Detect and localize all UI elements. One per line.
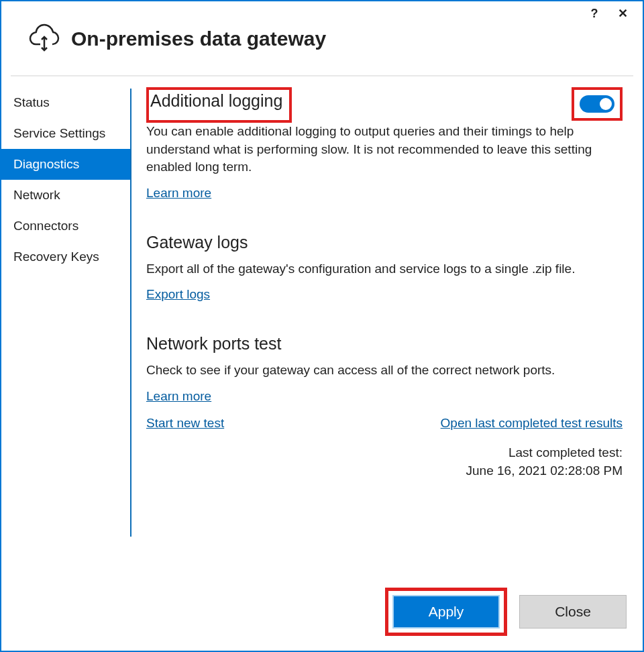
sidebar-item-service-settings[interactable]: Service Settings [1,118,130,149]
close-button[interactable]: Close [519,595,627,629]
section-network-ports: Network ports test Check to see if your … [146,334,623,480]
additional-logging-toggle[interactable] [580,95,614,113]
section-title: Additional logging [150,91,282,111]
apply-button[interactable]: Apply [392,595,500,629]
section-description: Export all of the gateway's configuratio… [146,260,623,278]
sidebar-item-label: Network [13,188,60,202]
start-new-test-link[interactable]: Start new test [146,416,224,431]
sidebar-item-connectors[interactable]: Connectors [1,211,130,241]
highlight-apply-button: Apply [385,588,507,636]
last-test-time: June 16, 2021 02:28:08 PM [146,462,623,480]
app-window: ? ✕ On-premises data gateway Status Serv… [0,0,644,652]
content: Additional logging You can enable additi… [131,85,643,537]
learn-more-link[interactable]: Learn more [146,186,211,201]
help-icon[interactable]: ? [586,7,602,21]
section-title: Gateway logs [146,233,623,252]
header: On-premises data gateway [1,21,643,75]
sidebar-item-network[interactable]: Network [1,180,130,211]
last-test-info: Last completed test: June 16, 2021 02:28… [146,444,623,480]
close-icon[interactable]: ✕ [614,6,631,21]
highlight-additional-logging-toggle [572,87,623,121]
sidebar: Status Service Settings Diagnostics Netw… [1,85,130,537]
sidebar-item-label: Status [13,95,50,109]
sidebar-item-label: Diagnostics [13,157,79,171]
body: Status Service Settings Diagnostics Netw… [1,76,643,537]
section-title: Network ports test [146,334,623,354]
page-title: On-premises data gateway [71,28,326,50]
open-results-link[interactable]: Open last completed test results [441,416,623,431]
sidebar-item-diagnostics[interactable]: Diagnostics [1,149,130,180]
export-logs-link[interactable]: Export logs [146,287,210,302]
section-description: Check to see if your gateway can access … [146,362,623,380]
section-gateway-logs: Gateway logs Export all of the gateway's… [146,233,623,303]
cloud-gateway-icon [28,21,71,56]
sidebar-item-label: Connectors [13,219,78,233]
sidebar-item-recovery-keys[interactable]: Recovery Keys [1,241,130,272]
last-test-label: Last completed test: [146,444,623,462]
sidebar-item-status[interactable]: Status [1,87,130,118]
footer: Apply Close [385,588,627,636]
learn-more-link[interactable]: Learn more [146,389,211,404]
sidebar-item-label: Recovery Keys [13,250,99,264]
highlight-additional-logging-title: Additional logging [146,87,292,123]
section-description: You can enable additional logging to out… [146,123,623,176]
sidebar-item-label: Service Settings [13,126,105,140]
section-additional-logging: Additional logging You can enable additi… [146,87,623,201]
